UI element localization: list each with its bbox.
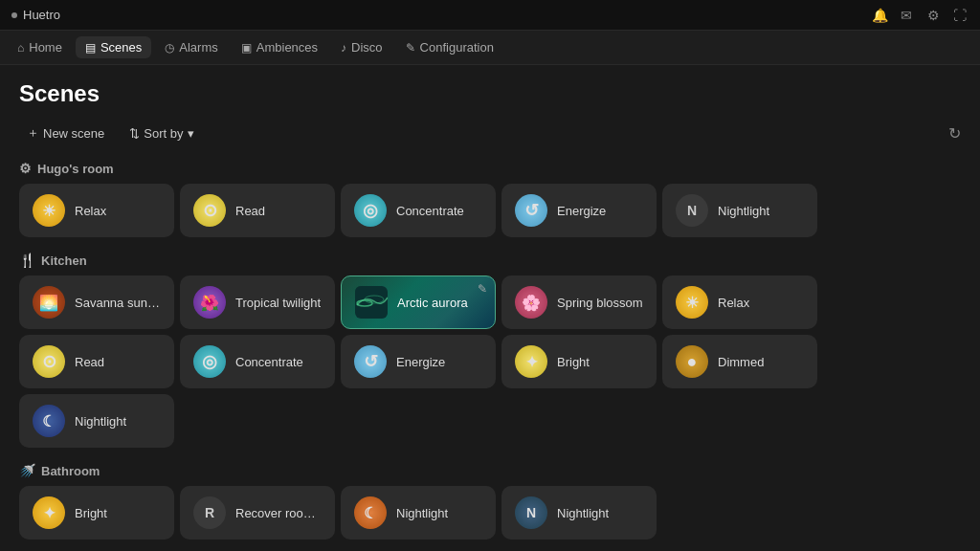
scene-icon-concentrate-kitchen: ◎ bbox=[193, 345, 226, 378]
section-label-bathroom: Bathroom bbox=[41, 464, 100, 478]
scene-card-recover-bathroom[interactable]: R Recover room 7 bbox=[180, 486, 335, 540]
scene-card-tropical-kitchen[interactable]: 🌺 Tropical twilight bbox=[180, 276, 335, 329]
scene-label-read-hugo: Read bbox=[235, 204, 265, 218]
nav-label-home: Home bbox=[29, 40, 62, 55]
expand-icon[interactable]: ⛶ bbox=[951, 7, 969, 24]
scene-icon-concentrate-hugo: ◎ bbox=[354, 194, 387, 227]
notification-icon[interactable]: 🔔 bbox=[871, 7, 888, 24]
nav-item-configuration[interactable]: ✎ Configuration bbox=[396, 36, 503, 58]
scene-label-read-kitchen: Read bbox=[75, 355, 104, 369]
scene-icon-bright-kitchen: ✦ bbox=[515, 345, 547, 378]
scenes-icon: ▤ bbox=[85, 41, 96, 55]
home-icon: ⌂ bbox=[17, 41, 24, 55]
scene-card-energize-kitchen[interactable]: ↺ Energize bbox=[341, 335, 496, 388]
scene-label-bright-kitchen: Bright bbox=[557, 355, 590, 369]
scene-card-nightlight-kitchen[interactable]: ☾ Nightlight bbox=[19, 394, 174, 448]
scene-label-energize-kitchen: Energize bbox=[396, 355, 445, 369]
scene-icon-relax-kitchen: ☀ bbox=[676, 286, 708, 319]
scene-icon-read-kitchen: ⊙ bbox=[33, 345, 65, 378]
nav-label-configuration: Configuration bbox=[420, 40, 494, 55]
scene-icon-nightlight-bathroom: ☾ bbox=[354, 496, 387, 529]
scene-icon-nightlight-hugo: N bbox=[676, 194, 708, 227]
section-header-kitchen: 🍴 Kitchen bbox=[19, 253, 961, 268]
nav-item-alarms[interactable]: ◷ Alarms bbox=[155, 36, 227, 58]
mail-icon[interactable]: ✉ bbox=[898, 7, 915, 24]
settings-icon[interactable]: ⚙ bbox=[924, 7, 942, 24]
main-content: Scenes ＋ New scene ⇅ Sort by ▾ ↻ ⚙ Hugo'… bbox=[0, 65, 980, 551]
toolbar: ＋ New scene ⇅ Sort by ▾ ↻ bbox=[19, 121, 961, 145]
scene-icon-recover-bathroom: R bbox=[193, 496, 226, 529]
section-header-hugos-room: ⚙ Hugo's room bbox=[19, 161, 961, 176]
topbar: Huetro 🔔 ✉ ⚙ ⛶ bbox=[0, 0, 980, 31]
scene-card-spring-kitchen[interactable]: 🌸 Spring blossom bbox=[501, 276, 657, 329]
scene-label-nightlight-kitchen: Nightlight bbox=[75, 414, 126, 429]
scene-card-energize-hugo[interactable]: ↺ Energize bbox=[501, 184, 657, 237]
chevron-down-icon: ▾ bbox=[188, 126, 194, 141]
scene-card-bright-bathroom[interactable]: ✦ Bright bbox=[19, 486, 174, 540]
scene-icon-bright-bathroom: ✦ bbox=[33, 496, 65, 529]
configuration-icon: ✎ bbox=[406, 41, 415, 55]
section-bathroom: 🚿 Bathroom ✦ Bright R Recover room 7 ☾ N… bbox=[19, 463, 961, 540]
page-title: Scenes bbox=[19, 80, 961, 107]
aurora-svg bbox=[355, 286, 388, 319]
app-title: Huetro bbox=[11, 8, 60, 22]
edit-icon[interactable]: ✎ bbox=[478, 282, 487, 296]
ambiences-icon: ▣ bbox=[241, 41, 252, 55]
scene-label-arctic-kitchen: Arctic aurora bbox=[397, 296, 468, 310]
scene-icon-nightlight-bathroom2: N bbox=[515, 496, 547, 529]
cards-grid-hugos-room: ☀ Relax ⊙ Read ◎ Concentrate ↺ Energize … bbox=[19, 184, 961, 237]
alarms-icon: ◷ bbox=[165, 41, 174, 55]
nav-item-home[interactable]: ⌂ Home bbox=[8, 36, 72, 58]
scene-label-tropical-kitchen: Tropical twilight bbox=[235, 296, 321, 310]
scene-label-nightlight-hugo: Nightlight bbox=[718, 204, 769, 218]
section-hugos-room: ⚙ Hugo's room ☀ Relax ⊙ Read ◎ Concentra… bbox=[19, 161, 961, 237]
scene-card-concentrate-hugo[interactable]: ◎ Concentrate bbox=[341, 184, 496, 237]
scene-card-relax-kitchen[interactable]: ☀ Relax bbox=[662, 276, 817, 329]
scene-icon-energize-hugo: ↺ bbox=[515, 194, 547, 227]
nav-label-ambiences: Ambiences bbox=[256, 40, 318, 55]
scene-card-relax-hugo[interactable]: ☀ Relax bbox=[19, 184, 174, 237]
section-icon-kitchen: 🍴 bbox=[19, 253, 35, 268]
nav-label-scenes: Scenes bbox=[100, 40, 142, 55]
nav-item-scenes[interactable]: ▤ Scenes bbox=[76, 36, 151, 58]
sort-button[interactable]: ⇅ Sort by ▾ bbox=[122, 122, 201, 144]
scene-card-arctic-kitchen[interactable]: Arctic aurora ✎ bbox=[341, 276, 496, 329]
scene-icon-nightlight-kitchen: ☾ bbox=[33, 405, 65, 437]
scene-label-concentrate-kitchen: Concentrate bbox=[235, 355, 303, 369]
scene-label-relax-hugo: Relax bbox=[75, 204, 106, 218]
title-dot bbox=[11, 12, 17, 18]
nav: ⌂ Home ▤ Scenes ◷ Alarms ▣ Ambiences ♪ D… bbox=[0, 31, 980, 65]
scene-card-savanna-kitchen[interactable]: 🌅 Savanna sunset bbox=[19, 276, 174, 329]
nav-item-ambiences[interactable]: ▣ Ambiences bbox=[232, 36, 327, 58]
nav-label-disco: Disco bbox=[351, 40, 383, 55]
section-label-kitchen: Kitchen bbox=[41, 253, 87, 268]
scene-card-read-hugo[interactable]: ⊙ Read bbox=[180, 184, 335, 237]
scene-icon-relax-hugo: ☀ bbox=[33, 194, 65, 227]
scene-label-energize-hugo: Energize bbox=[557, 204, 606, 218]
nav-item-disco[interactable]: ♪ Disco bbox=[331, 36, 392, 58]
scene-card-read-kitchen[interactable]: ⊙ Read bbox=[19, 335, 174, 388]
refresh-button[interactable]: ↻ bbox=[948, 124, 961, 143]
scene-card-dimmed-kitchen[interactable]: ● Dimmed bbox=[662, 335, 817, 388]
new-scene-button[interactable]: ＋ New scene bbox=[19, 121, 112, 145]
scene-label-savanna-kitchen: Savanna sunset bbox=[75, 296, 161, 310]
scene-label-nightlight-bathroom: Nightlight bbox=[396, 506, 448, 520]
scene-card-bright-kitchen[interactable]: ✦ Bright bbox=[501, 335, 657, 388]
scene-card-nightlight-bathroom2[interactable]: N Nightlight bbox=[501, 486, 657, 540]
scene-icon-savanna-kitchen: 🌅 bbox=[33, 286, 65, 319]
section-label-hugos-room: Hugo's room bbox=[37, 162, 114, 176]
scene-card-concentrate-kitchen[interactable]: ◎ Concentrate bbox=[180, 335, 335, 388]
scene-card-nightlight-hugo[interactable]: N Nightlight bbox=[662, 184, 817, 237]
section-header-bathroom: 🚿 Bathroom bbox=[19, 463, 961, 478]
scene-label-relax-kitchen: Relax bbox=[718, 296, 749, 310]
section-kitchen: 🍴 Kitchen 🌅 Savanna sunset 🌺 Tropical tw… bbox=[19, 253, 961, 448]
app-title-text: Huetro bbox=[23, 8, 60, 22]
nav-label-alarms: Alarms bbox=[179, 40, 217, 55]
scene-icon-energize-kitchen: ↺ bbox=[354, 345, 387, 378]
scene-label-concentrate-hugo: Concentrate bbox=[396, 204, 464, 218]
scene-card-nightlight-bathroom[interactable]: ☾ Nightlight bbox=[341, 486, 496, 540]
cards-grid-bathroom: ✦ Bright R Recover room 7 ☾ Nightlight N… bbox=[19, 486, 961, 540]
scene-label-dimmed-kitchen: Dimmed bbox=[718, 355, 764, 369]
scene-icon-tropical-kitchen: 🌺 bbox=[193, 286, 226, 319]
sort-icon: ⇅ bbox=[129, 126, 140, 141]
